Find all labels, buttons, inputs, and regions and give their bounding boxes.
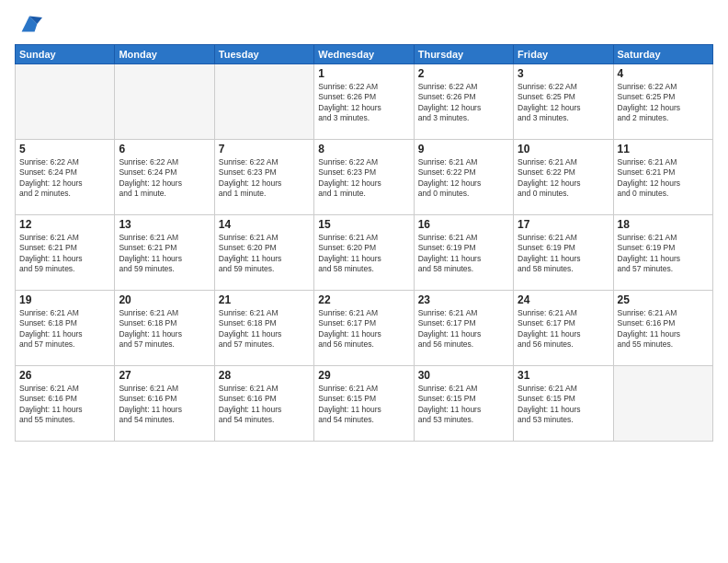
calendar-cell: 18Sunrise: 6:21 AMSunset: 6:19 PMDayligh… [613,215,712,291]
day-info: Sunrise: 6:21 AMSunset: 6:22 PMDaylight:… [518,157,609,200]
weekday-header-row: SundayMondayTuesdayWednesdayThursdayFrid… [16,45,713,64]
day-info: Sunrise: 6:21 AMSunset: 6:19 PMDaylight:… [518,233,609,275]
week-row-5: 26Sunrise: 6:21 AMSunset: 6:16 PMDayligh… [16,366,713,442]
day-info: Sunrise: 6:21 AMSunset: 6:16 PMDaylight:… [219,384,310,426]
calendar-cell: 29Sunrise: 6:21 AMSunset: 6:15 PMDayligh… [314,366,414,442]
day-info: Sunrise: 6:21 AMSunset: 6:22 PMDaylight:… [418,157,509,200]
calendar-cell: 2Sunrise: 6:22 AMSunset: 6:26 PMDaylight… [414,64,513,140]
day-number: 19 [19,293,110,306]
day-info: Sunrise: 6:21 AMSunset: 6:19 PMDaylight:… [418,233,509,275]
calendar-cell: 12Sunrise: 6:21 AMSunset: 6:21 PMDayligh… [16,215,115,291]
calendar-cell: 5Sunrise: 6:22 AMSunset: 6:24 PMDaylight… [16,140,115,215]
day-info: Sunrise: 6:21 AMSunset: 6:17 PMDaylight:… [518,308,609,350]
calendar-cell: 16Sunrise: 6:21 AMSunset: 6:19 PMDayligh… [414,215,513,291]
weekday-header-wednesday: Wednesday [314,45,414,64]
day-info: Sunrise: 6:21 AMSunset: 6:18 PMDaylight:… [219,308,310,350]
weekday-header-saturday: Saturday [613,45,712,64]
day-number: 23 [418,293,509,306]
day-info: Sunrise: 6:22 AMSunset: 6:25 PMDaylight:… [618,82,709,124]
calendar-cell: 14Sunrise: 6:21 AMSunset: 6:20 PMDayligh… [214,215,313,291]
calendar-cell: 10Sunrise: 6:21 AMSunset: 6:22 PMDayligh… [514,140,613,215]
calendar-cell: 23Sunrise: 6:21 AMSunset: 6:17 PMDayligh… [414,291,513,366]
day-number: 27 [119,369,210,382]
calendar-cell: 19Sunrise: 6:21 AMSunset: 6:18 PMDayligh… [16,291,115,366]
calendar-cell: 25Sunrise: 6:21 AMSunset: 6:16 PMDayligh… [613,291,712,366]
calendar-cell: 20Sunrise: 6:21 AMSunset: 6:18 PMDayligh… [115,291,214,366]
day-info: Sunrise: 6:21 AMSunset: 6:15 PMDaylight:… [418,384,509,426]
day-info: Sunrise: 6:21 AMSunset: 6:19 PMDaylight:… [618,233,709,275]
calendar-cell [115,64,214,140]
day-info: Sunrise: 6:22 AMSunset: 6:26 PMDaylight:… [318,82,409,124]
calendar-cell: 31Sunrise: 6:21 AMSunset: 6:15 PMDayligh… [514,366,613,442]
day-number: 15 [318,218,409,231]
day-number: 1 [318,67,409,80]
day-info: Sunrise: 6:22 AMSunset: 6:24 PMDaylight:… [119,157,210,200]
day-info: Sunrise: 6:22 AMSunset: 6:23 PMDaylight:… [318,157,409,200]
day-number: 17 [518,218,609,231]
calendar-cell: 11Sunrise: 6:21 AMSunset: 6:21 PMDayligh… [613,140,712,215]
day-number: 5 [19,143,110,155]
day-number: 12 [19,218,110,231]
week-row-2: 5Sunrise: 6:22 AMSunset: 6:24 PMDaylight… [16,140,713,215]
calendar-cell: 4Sunrise: 6:22 AMSunset: 6:25 PMDaylight… [613,64,712,140]
logo-icon [17,11,42,37]
day-info: Sunrise: 6:21 AMSunset: 6:18 PMDaylight:… [119,308,210,350]
weekday-header-friday: Friday [514,45,613,64]
calendar-cell: 30Sunrise: 6:21 AMSunset: 6:15 PMDayligh… [414,366,513,442]
weekday-header-thursday: Thursday [414,45,513,64]
calendar-cell [214,64,313,140]
day-info: Sunrise: 6:21 AMSunset: 6:17 PMDaylight:… [418,308,509,350]
day-number: 20 [119,293,210,306]
calendar-cell: 28Sunrise: 6:21 AMSunset: 6:16 PMDayligh… [214,366,313,442]
calendar-cell: 26Sunrise: 6:21 AMSunset: 6:16 PMDayligh… [16,366,115,442]
day-info: Sunrise: 6:22 AMSunset: 6:25 PMDaylight:… [518,82,609,124]
calendar-cell: 15Sunrise: 6:21 AMSunset: 6:20 PMDayligh… [314,215,414,291]
day-info: Sunrise: 6:21 AMSunset: 6:21 PMDaylight:… [19,233,110,275]
day-number: 9 [418,143,509,155]
calendar-cell: 13Sunrise: 6:21 AMSunset: 6:21 PMDayligh… [115,215,214,291]
week-row-1: 1Sunrise: 6:22 AMSunset: 6:26 PMDaylight… [16,64,713,140]
day-number: 14 [219,218,310,231]
day-number: 24 [518,293,609,306]
calendar-cell [613,366,712,442]
day-number: 10 [518,143,609,155]
day-info: Sunrise: 6:22 AMSunset: 6:23 PMDaylight:… [219,157,310,200]
logo [15,11,42,37]
calendar-cell: 24Sunrise: 6:21 AMSunset: 6:17 PMDayligh… [514,291,613,366]
calendar-cell: 21Sunrise: 6:21 AMSunset: 6:18 PMDayligh… [214,291,313,366]
week-row-3: 12Sunrise: 6:21 AMSunset: 6:21 PMDayligh… [16,215,713,291]
day-info: Sunrise: 6:21 AMSunset: 6:16 PMDaylight:… [119,384,210,426]
day-number: 7 [219,143,310,155]
day-number: 22 [318,293,409,306]
calendar-table: SundayMondayTuesdayWednesdayThursdayFrid… [15,44,713,442]
week-row-4: 19Sunrise: 6:21 AMSunset: 6:18 PMDayligh… [16,291,713,366]
day-number: 8 [318,143,409,155]
day-number: 31 [518,369,609,382]
calendar-cell: 27Sunrise: 6:21 AMSunset: 6:16 PMDayligh… [115,366,214,442]
day-number: 18 [618,218,709,231]
calendar-cell: 8Sunrise: 6:22 AMSunset: 6:23 PMDaylight… [314,140,414,215]
calendar-cell: 3Sunrise: 6:22 AMSunset: 6:25 PMDaylight… [514,64,613,140]
weekday-header-sunday: Sunday [16,45,115,64]
day-info: Sunrise: 6:21 AMSunset: 6:15 PMDaylight:… [518,384,609,426]
day-info: Sunrise: 6:21 AMSunset: 6:16 PMDaylight:… [618,308,709,350]
day-info: Sunrise: 6:21 AMSunset: 6:18 PMDaylight:… [19,308,110,350]
day-number: 3 [518,67,609,80]
day-number: 25 [618,293,709,306]
day-number: 16 [418,218,509,231]
calendar-cell: 9Sunrise: 6:21 AMSunset: 6:22 PMDaylight… [414,140,513,215]
day-info: Sunrise: 6:21 AMSunset: 6:20 PMDaylight:… [219,233,310,275]
weekday-header-monday: Monday [115,45,214,64]
day-number: 29 [318,369,409,382]
day-number: 6 [119,143,210,155]
calendar-cell: 7Sunrise: 6:22 AMSunset: 6:23 PMDaylight… [214,140,313,215]
calendar-cell: 22Sunrise: 6:21 AMSunset: 6:17 PMDayligh… [314,291,414,366]
day-info: Sunrise: 6:21 AMSunset: 6:15 PMDaylight:… [318,384,409,426]
day-info: Sunrise: 6:21 AMSunset: 6:16 PMDaylight:… [19,384,110,426]
day-number: 13 [119,218,210,231]
day-number: 11 [618,143,709,155]
day-number: 26 [19,369,110,382]
header [15,11,713,37]
page: SundayMondayTuesdayWednesdayThursdayFrid… [0,0,728,563]
calendar-cell: 1Sunrise: 6:22 AMSunset: 6:26 PMDaylight… [314,64,414,140]
